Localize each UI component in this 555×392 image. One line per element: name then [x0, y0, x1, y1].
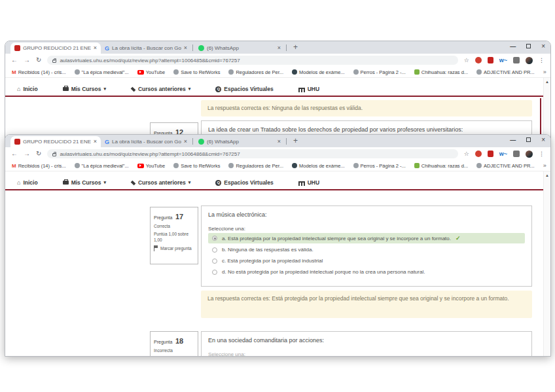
url-bar[interactable]: aulasvirtuales.uhu.es/mod/quiz/review.ph… [47, 56, 457, 65]
nav-uhu[interactable]: UHU [298, 86, 319, 92]
adblock-extension-icon[interactable] [475, 151, 482, 157]
bookmark-refworks[interactable]: Save to RefWorks [173, 163, 220, 169]
bookmarks-overflow-icon[interactable]: » [543, 162, 546, 169]
adblock-extension-icon[interactable] [475, 57, 482, 63]
bookmark-label: Perros - Página 2 -... [361, 69, 406, 75]
bookmark-refworks[interactable]: Save to RefWorks [173, 69, 220, 75]
nav-cursos-anteriores[interactable]: Cursos anteriores▾ [131, 86, 190, 92]
close-window-button[interactable]: × [541, 136, 545, 143]
back-button[interactable]: ← [11, 57, 18, 63]
bookmarks-overflow-icon[interactable]: » [543, 69, 546, 75]
address-toolbar: ← → ↻ aulasvirtuales.uhu.es/mod/quiz/rev… [5, 147, 550, 160]
bookmark-label: Modelos de exáme... [299, 163, 345, 169]
bookmark-adjective[interactable]: ADJECTIVE AND PR... [476, 69, 535, 75]
bookmark-chihuahua[interactable]: Chihuahua: razas d... [414, 163, 468, 169]
bookmark-adjective[interactable]: ADJECTIVE AND PR... [476, 163, 535, 169]
scroll-up-arrow[interactable]: ▲ [544, 78, 550, 84]
bookmark-star-icon[interactable]: ☆ [464, 57, 469, 63]
flag-question-link[interactable]: Marcar pregunta [154, 245, 194, 251]
bookmark-modelos[interactable]: Modelos de exáme... [292, 69, 345, 75]
bookmark-perros[interactable]: Perros - Página 2 -... [353, 163, 406, 169]
radio-icon[interactable] [212, 258, 217, 264]
nav-uhu[interactable]: UHU [298, 179, 319, 186]
tab-whatsapp[interactable]: (6) WhatsApp × [194, 136, 285, 147]
bookmark-gmail[interactable]: MRecibidos (14) - cris... [12, 163, 66, 169]
question-number: 17 [175, 213, 183, 221]
radio-icon[interactable] [212, 247, 217, 253]
nav-label: Cursos anteriores [138, 179, 186, 186]
nav-label: UHU [308, 86, 319, 92]
tab-close-icon[interactable]: × [278, 45, 281, 51]
nav-cursos-anteriores[interactable]: Cursos anteriores▾ [131, 179, 190, 186]
radio-selected-icon[interactable] [212, 236, 217, 241]
home-icon: ⌂ [17, 86, 20, 92]
profile-avatar[interactable] [526, 57, 533, 64]
w-extension-icon[interactable]: w~ [499, 57, 507, 63]
answer-option-b[interactable]: b. Ninguna de las respuestas es válida. [208, 245, 525, 255]
bookmark-label: YouTube [146, 69, 165, 75]
restore-button[interactable] [526, 44, 531, 48]
bookmark-epica[interactable]: "La épica medieval"... [75, 69, 129, 75]
tab-whatsapp[interactable]: (6) WhatsApp × [194, 43, 285, 54]
bookmark-gmail[interactable]: MRecibidos (14) - cris... [12, 69, 66, 75]
page-scrollbar[interactable]: ▲ [543, 171, 550, 356]
bookmark-star-icon[interactable]: ☆ [464, 151, 469, 157]
minimize-button[interactable]: — [510, 43, 516, 50]
globe-icon [228, 69, 234, 75]
nav-espacios-virtuales[interactable]: QEspacios Virtuales [215, 179, 273, 186]
chrome-menu-icon[interactable]: ⋮ [539, 151, 545, 157]
reload-button[interactable]: ↻ [36, 151, 41, 157]
answer-option-c[interactable]: c. Está protegida por la propiedad indus… [208, 256, 525, 266]
home-icon: ⌂ [17, 179, 20, 186]
bookmark-reguladores[interactable]: Reguladores de Per... [228, 163, 283, 169]
bookmark-perros[interactable]: Perros - Página 2 -... [353, 69, 406, 75]
bookmark-youtube[interactable]: YouTube [137, 69, 165, 75]
new-tab-button[interactable]: + [293, 43, 298, 52]
extensions-puzzle-icon[interactable] [513, 57, 520, 63]
url-bar[interactable]: aulasvirtuales.uhu.es/mod/quiz/review.ph… [47, 149, 457, 158]
tab-close-icon[interactable]: × [94, 139, 97, 145]
moodle-navbar: ⌂Inicio Mis Cursos▾ Cursos anteriores▾ Q… [5, 176, 543, 190]
bookmark-modelos[interactable]: Modelos de exáme... [292, 163, 345, 169]
extensions-puzzle-icon[interactable] [513, 151, 520, 157]
bookmark-epica[interactable]: "La épica medieval"... [75, 163, 129, 169]
answer-option-d[interactable]: d. No está protegida por la propiedad in… [208, 267, 525, 277]
nav-inicio[interactable]: ⌂Inicio [17, 179, 38, 186]
answer-option-a[interactable]: a. Está protegida por la propiedad intel… [208, 233, 525, 243]
forward-button[interactable]: → [24, 57, 30, 63]
tab-quiz[interactable]: GRUPO REDUCIDO 21 ENERO 20 × [10, 43, 101, 54]
w-extension-icon[interactable]: w~ [499, 151, 507, 157]
tab-quiz[interactable]: GRUPO REDUCIDO 21 ENERO 20 × [10, 136, 101, 147]
tab-close-icon[interactable]: × [94, 45, 97, 51]
restore-button[interactable] [526, 137, 531, 142]
nav-espacios-virtuales[interactable]: QEspacios Virtuales [215, 86, 273, 92]
red-extension-icon[interactable] [488, 151, 493, 157]
question-18-body: En una sociedad comanditaria por accione… [201, 331, 532, 356]
new-tab-button[interactable]: + [293, 136, 298, 145]
moodle-favicon [14, 45, 20, 51]
bookmark-chihuahua[interactable]: Chihuahua: razas d... [414, 69, 468, 75]
nav-label: Espacios Virtuales [224, 179, 273, 186]
bookmark-youtube[interactable]: YouTube [137, 163, 165, 169]
whatsapp-favicon [198, 45, 204, 51]
radio-icon[interactable] [212, 270, 217, 275]
back-button[interactable]: ← [11, 151, 18, 157]
tab-close-icon[interactable]: × [278, 139, 281, 145]
nav-mis-cursos[interactable]: Mis Cursos▾ [63, 86, 106, 92]
bookmark-reguladores[interactable]: Reguladores de Per... [228, 69, 283, 75]
globe-icon [75, 69, 80, 75]
forward-button[interactable]: → [24, 151, 30, 157]
red-extension-icon[interactable] [488, 57, 493, 63]
scroll-up-arrow[interactable]: ▲ [544, 171, 550, 177]
tab-close-icon[interactable]: × [184, 139, 187, 145]
reload-button[interactable]: ↻ [36, 57, 41, 63]
nav-inicio[interactable]: ⌂Inicio [17, 86, 38, 92]
close-window-button[interactable]: × [541, 43, 545, 50]
chrome-menu-icon[interactable]: ⋮ [539, 57, 545, 63]
tab-google-search[interactable]: G La obra lícita - Buscar con Goog × [101, 136, 191, 147]
nav-mis-cursos[interactable]: Mis Cursos▾ [63, 179, 106, 186]
tab-close-icon[interactable]: × [184, 45, 187, 51]
minimize-button[interactable]: — [510, 137, 516, 143]
tab-google-search[interactable]: G La obra lícita - Buscar con Goog × [101, 43, 191, 54]
profile-avatar[interactable] [526, 151, 533, 158]
